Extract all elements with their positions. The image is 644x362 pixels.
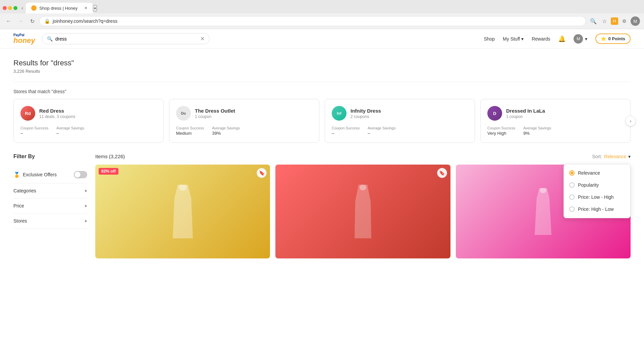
stores-section: Stores that match "dress" Rd Red Dress 1… — [13, 89, 631, 143]
sort-value: Relevance — [604, 154, 626, 159]
store-avatar: D — [487, 106, 502, 121]
sort-radio-popularity — [569, 182, 575, 188]
tab-nav-prev[interactable]: ‹ — [20, 4, 24, 12]
product-card[interactable]: 82% off 🔖 — [95, 165, 270, 258]
store-stats: Coupon Success – Average Savings – — [332, 126, 468, 136]
items-count: Items (3,226) — [95, 154, 125, 159]
coupon-success-value: Medium — [176, 131, 204, 136]
sort-option-relevance[interactable]: Relevance — [564, 167, 630, 179]
extensions-btn[interactable]: ⚙ — [621, 17, 628, 25]
browser-search-btn[interactable]: 🔍 — [589, 17, 598, 26]
maximize-window-btn[interactable] — [13, 6, 17, 10]
sort-option-label: Price: Low - High — [578, 194, 614, 200]
new-tab-btn[interactable]: + — [93, 5, 97, 11]
sort-btn[interactable]: Sort: Relevance ▾ — [592, 154, 631, 159]
store-card-dress-outlet[interactable]: Dо The Dress Outlet 1 coupon Coupon Succ… — [169, 99, 319, 143]
points-star-icon: ⭐ — [601, 36, 606, 41]
sort-option-price-low-high[interactable]: Price: Low - High — [564, 191, 630, 203]
points-label: 0 Points — [608, 36, 625, 41]
user-avatar-btn[interactable]: M ▾ — [574, 34, 587, 44]
close-window-btn[interactable] — [3, 6, 7, 10]
sort-chevron-icon: ▾ — [628, 154, 631, 159]
coupon-success-label: Coupon Success — [487, 126, 515, 130]
stores-row: Rd Red Dress 11 deals, 3 coupons Coupon … — [13, 99, 631, 143]
store-name: Dressed In LaLa — [506, 108, 545, 114]
sort-option-label: Price: High - Low — [578, 206, 614, 212]
window-controls — [3, 6, 17, 10]
profile-avatar-btn[interactable]: M — [631, 16, 640, 26]
forward-btn[interactable]: → — [16, 17, 25, 25]
nav-my-stuff-link[interactable]: My Stuff ▾ — [503, 36, 524, 42]
product-card[interactable]: 🔖 — [275, 165, 450, 258]
store-stats: Coupon Success Very High Average Savings… — [487, 126, 624, 136]
store-card-infinity-dress[interactable]: Inf Infnity Dress 2 coupons Coupon Succe… — [325, 99, 475, 143]
avg-savings-value: 9% — [523, 131, 551, 136]
browser-tabs: ‹ Shop dress | Honey ✕ + — [0, 0, 644, 13]
stores-scroll-arrow[interactable]: › — [625, 116, 636, 126]
items-header: Items (3,226) Sort: Relevance ▾ Rele — [95, 154, 631, 159]
refresh-btn[interactable]: ↻ — [28, 17, 37, 26]
store-stats: Coupon Success Medium Average Savings 39… — [176, 126, 312, 136]
browser-toolbar: ← → ↻ 🔒 joinhoney.com/search?q=dress 🔍 ☆… — [0, 13, 644, 29]
products-grid: 82% off 🔖 🔖 — [95, 165, 631, 258]
store-header: Dо The Dress Outlet 1 coupon — [176, 106, 312, 121]
avg-savings-label: Average Savings — [523, 126, 551, 130]
honey-label: honey — [13, 37, 35, 44]
honey-extension-icon[interactable]: H — [611, 17, 618, 25]
results-title: Results for "dress" — [13, 59, 631, 67]
bookmark-btn[interactable]: 🔖 — [257, 168, 267, 178]
sort-container: Sort: Relevance ▾ Relevance — [592, 154, 631, 159]
nav-rewards-link[interactable]: Rewards — [532, 36, 550, 42]
site-search-bar[interactable]: 🔍 dress ✕ — [42, 33, 210, 44]
nav-shop-link[interactable]: Shop — [484, 36, 495, 42]
sort-option-price-high-low[interactable]: Price: High - Low — [564, 203, 630, 215]
browser-actions: 🔍 ☆ H ⚙ M — [589, 16, 640, 26]
store-card-dressed-in-lala[interactable]: D Dressed In LaLa 1 coupon Coupon Succes… — [480, 99, 631, 143]
store-header: Rd Red Dress 11 deals, 3 coupons — [20, 106, 157, 121]
minimize-window-btn[interactable] — [8, 6, 12, 10]
honey-logo[interactable]: PayPal honey — [13, 34, 35, 44]
store-name: Infnity Dress — [351, 108, 381, 114]
site-search-icon: 🔍 — [47, 36, 53, 42]
store-header: D Dressed In LaLa 1 coupon — [487, 106, 624, 121]
address-bar[interactable]: 🔒 joinhoney.com/search?q=dress — [39, 16, 586, 26]
dress-illustration — [535, 188, 551, 235]
store-meta: 2 coupons — [351, 114, 381, 119]
store-avatar: Dо — [176, 106, 191, 121]
coupon-success-value: Very High — [487, 131, 515, 136]
store-stats: Coupon Success – Average Savings – — [20, 126, 157, 136]
bookmark-btn[interactable]: 🔖 — [437, 168, 447, 178]
results-count: 3,226 Results — [13, 69, 631, 74]
bookmark-star-btn[interactable]: ☆ — [601, 17, 608, 26]
tab-close-btn[interactable]: ✕ — [84, 6, 88, 10]
notification-bell-icon[interactable]: 🔔 — [558, 35, 566, 43]
points-button[interactable]: ⭐ 0 Points — [595, 34, 631, 44]
exclusive-offers-filter[interactable]: 🏅 Exclusive Offers — [13, 166, 87, 183]
avg-savings-value: – — [368, 131, 395, 136]
app-header: PayPal honey 🔍 dress ✕ Shop My Stuff ▾ R… — [0, 29, 644, 49]
sort-option-popularity[interactable]: Popularity — [564, 179, 630, 191]
site-search-input[interactable]: dress — [55, 36, 198, 42]
store-card-red-dress[interactable]: Rd Red Dress 11 deals, 3 coupons Coupon … — [13, 99, 164, 143]
sort-option-label: Relevance — [578, 170, 600, 176]
sort-dropdown: Relevance Popularity Price: Low - High — [564, 164, 631, 218]
price-expand-icon: + — [85, 203, 87, 208]
radio-inner — [571, 172, 573, 174]
search-clear-btn[interactable]: ✕ — [200, 36, 205, 42]
stores-filter[interactable]: Stores + — [13, 214, 87, 229]
back-btn[interactable]: ← — [4, 17, 13, 25]
dress-illustration — [173, 185, 193, 238]
sort-option-label: Popularity — [578, 182, 599, 188]
categories-expand-icon: + — [85, 188, 87, 193]
avg-savings-value: – — [56, 131, 84, 136]
product-image: 🔖 — [275, 165, 450, 258]
store-avatar: Rd — [20, 106, 35, 121]
categories-filter[interactable]: Categories + — [13, 183, 87, 198]
url-text: joinhoney.com/search?q=dress — [53, 18, 117, 24]
browser-chrome: ‹ Shop dress | Honey ✕ + ← → ↻ 🔒 joinhon… — [0, 0, 644, 29]
price-filter[interactable]: Price + — [13, 198, 87, 214]
price-label: Price — [13, 203, 24, 208]
filter-sidebar: Filter By 🏅 Exclusive Offers Categories … — [13, 154, 87, 258]
exclusive-offers-toggle[interactable] — [74, 171, 87, 178]
active-tab[interactable]: Shop dress | Honey ✕ — [26, 3, 93, 13]
